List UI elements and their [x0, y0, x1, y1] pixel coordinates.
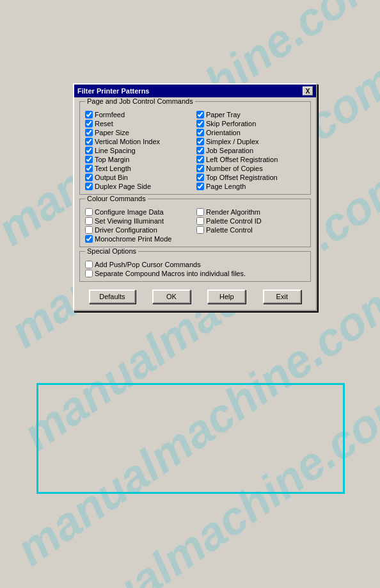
checkbox-duplex-page: Duplex Page Side	[85, 183, 194, 190]
button-row: Defaults OK Help Exit	[79, 286, 311, 306]
line-spacing-label: Line Spacing	[95, 147, 136, 154]
checkbox-driver-config: Driver Configuration	[85, 226, 194, 234]
config-image-label: Configure Image Data	[95, 208, 164, 216]
filter-printer-patterns-dialog: Filter Printer Patterns X Page and Job C…	[73, 83, 317, 311]
checkbox-set-viewing: Set Viewing Illuminant	[85, 217, 194, 225]
formfeed-label: Formfeed	[95, 111, 125, 118]
monochrome-checkbox[interactable]	[85, 235, 93, 243]
paper-tray-checkbox[interactable]	[196, 111, 204, 118]
paper-size-label: Paper Size	[95, 129, 129, 136]
page-job-label: Page and Job Control Commands	[85, 97, 195, 105]
simplex-duplex-checkbox[interactable]	[196, 138, 204, 145]
orientation-checkbox[interactable]	[196, 129, 204, 136]
checkbox-output-bin: Output Bin	[85, 174, 194, 181]
palette-control-label: Palette Control	[206, 226, 253, 234]
close-button[interactable]: X	[303, 86, 313, 95]
checkbox-reset: Reset	[85, 120, 194, 127]
defaults-button[interactable]: Defaults	[89, 290, 135, 304]
orientation-label: Orientation	[206, 129, 241, 136]
line-spacing-checkbox[interactable]	[85, 147, 93, 154]
render-algo-label: Render Algorithm	[206, 208, 260, 216]
dialog-title-bar: Filter Printer Patterns X	[74, 85, 316, 97]
left-offset-checkbox[interactable]	[196, 156, 204, 163]
dialog-title: Filter Printer Patterns	[77, 87, 149, 95]
checkbox-skip-perforation: Skip Perforation	[196, 120, 305, 127]
simplex-duplex-label: Simplex / Duplex	[206, 138, 259, 145]
driver-config-checkbox[interactable]	[85, 226, 93, 234]
colour-group: Colour Commands Configure Image Data Ren…	[79, 199, 311, 247]
top-margin-checkbox[interactable]	[85, 156, 93, 163]
reset-checkbox[interactable]	[85, 120, 93, 127]
palette-id-label: Palette Control ID	[206, 217, 262, 225]
special-options-group: Special Options Add Push/Pop Cursor Comm…	[79, 251, 311, 282]
special-options-label: Special Options	[85, 247, 138, 255]
checkbox-orientation: Orientation	[196, 129, 305, 136]
render-algo-checkbox[interactable]	[196, 208, 204, 216]
page-length-checkbox[interactable]	[196, 183, 204, 190]
set-viewing-checkbox[interactable]	[85, 217, 93, 225]
output-bin-label: Output Bin	[95, 174, 128, 181]
output-bin-checkbox[interactable]	[85, 174, 93, 181]
vertical-motion-checkbox[interactable]	[85, 138, 93, 145]
add-push-pop-checkbox[interactable]	[85, 261, 93, 268]
checkbox-line-spacing: Line Spacing	[85, 147, 194, 154]
page-job-group: Page and Job Control Commands Formfeed P…	[79, 101, 311, 195]
checkbox-palette-id: Palette Control ID	[196, 217, 305, 225]
special-options-checkboxes: Add Push/Pop Cursor Commands Separate Co…	[85, 261, 305, 277]
cyan-highlight-rect	[36, 383, 345, 494]
skip-perforation-checkbox[interactable]	[196, 120, 204, 127]
help-button[interactable]: Help	[207, 290, 246, 304]
num-copies-checkbox[interactable]	[196, 165, 204, 172]
config-image-checkbox[interactable]	[85, 208, 93, 216]
top-offset-label: Top Offset Registration	[206, 174, 278, 181]
top-offset-checkbox[interactable]	[196, 174, 204, 181]
page-job-checkboxes: Formfeed Paper Tray Reset Skip Perforati…	[85, 111, 305, 190]
text-length-checkbox[interactable]	[85, 165, 93, 172]
paper-size-checkbox[interactable]	[85, 129, 93, 136]
set-viewing-label: Set Viewing Illuminant	[95, 217, 164, 225]
checkbox-paper-size: Paper Size	[85, 129, 194, 136]
checkbox-left-offset: Left Offset Registration	[196, 156, 305, 163]
palette-control-checkbox[interactable]	[196, 226, 204, 234]
checkbox-page-length: Page Length	[196, 183, 305, 190]
job-separation-checkbox[interactable]	[196, 147, 204, 154]
checkbox-formfeed: Formfeed	[85, 111, 194, 118]
text-length-label: Text Length	[95, 165, 131, 172]
colour-label: Colour Commands	[85, 195, 148, 202]
dialog-content: Page and Job Control Commands Formfeed P…	[74, 97, 316, 310]
ok-button[interactable]: OK	[152, 290, 191, 304]
checkbox-config-image: Configure Image Data	[85, 208, 194, 216]
checkbox-top-margin: Top Margin	[85, 156, 194, 163]
skip-perforation-label: Skip Perforation	[206, 120, 256, 127]
monochrome-label: Monochrome Print Mode	[95, 235, 171, 243]
reset-label: Reset	[95, 120, 113, 127]
checkbox-palette-control: Palette Control	[196, 226, 305, 234]
formfeed-checkbox[interactable]	[85, 111, 93, 118]
checkbox-render-algo: Render Algorithm	[196, 208, 305, 216]
checkbox-top-offset: Top Offset Registration	[196, 174, 305, 181]
checkbox-job-separation: Job Separation	[196, 147, 305, 154]
checkbox-separate-compound: Separate Compound Macros into individual…	[85, 270, 246, 277]
colour-checkboxes: Configure Image Data Render Algorithm Se…	[85, 208, 305, 243]
num-copies-label: Number of Copies	[206, 165, 263, 172]
checkbox-vertical-motion: Vertical Motion Index	[85, 138, 194, 145]
duplex-page-checkbox[interactable]	[85, 183, 93, 190]
palette-id-checkbox[interactable]	[196, 217, 204, 225]
checkbox-add-push-pop: Add Push/Pop Cursor Commands	[85, 261, 201, 268]
checkbox-paper-tray: Paper Tray	[196, 111, 305, 118]
add-push-pop-label: Add Push/Pop Cursor Commands	[95, 261, 201, 268]
top-margin-label: Top Margin	[95, 156, 129, 163]
job-separation-label: Job Separation	[206, 147, 253, 154]
left-offset-label: Left Offset Registration	[206, 156, 278, 163]
separate-compound-label: Separate Compound Macros into individual…	[95, 270, 246, 277]
checkbox-monochrome: Monochrome Print Mode	[85, 235, 194, 243]
paper-tray-label: Paper Tray	[206, 111, 241, 118]
driver-config-label: Driver Configuration	[95, 226, 157, 234]
separate-compound-checkbox[interactable]	[85, 270, 93, 277]
checkbox-text-length: Text Length	[85, 165, 194, 172]
exit-button[interactable]: Exit	[263, 290, 301, 304]
checkbox-num-copies: Number of Copies	[196, 165, 305, 172]
page-length-label: Page Length	[206, 183, 246, 190]
duplex-page-label: Duplex Page Side	[95, 183, 151, 190]
vertical-motion-label: Vertical Motion Index	[95, 138, 160, 145]
